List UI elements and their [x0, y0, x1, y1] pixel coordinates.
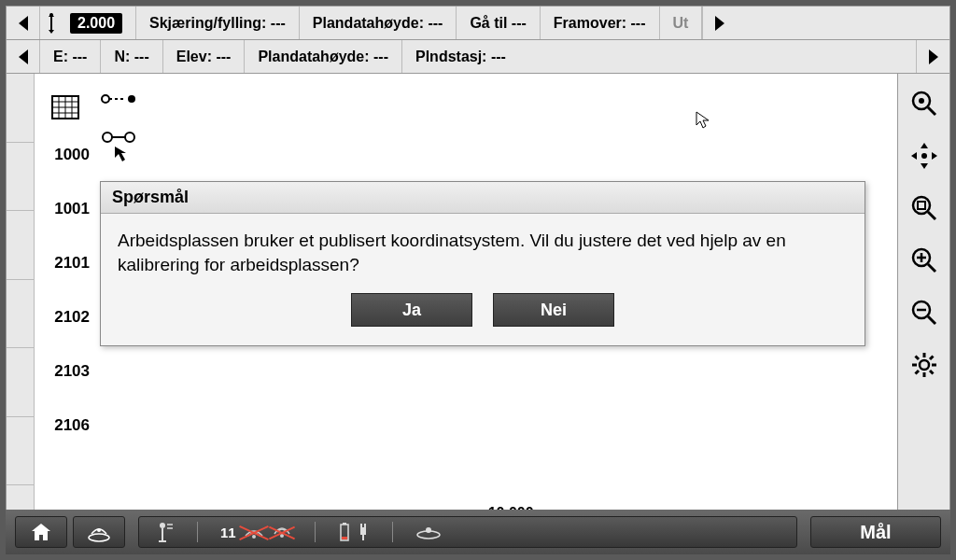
gutter-cell[interactable]: [7, 417, 34, 486]
home-button[interactable]: [15, 516, 67, 548]
design-station[interactable]: Plndstasj: ---: [402, 40, 916, 73]
svg-rect-61: [360, 527, 366, 535]
gutter-cell[interactable]: [7, 348, 34, 417]
dialog-message: Arbeidsplassen bruker et publisert koord…: [118, 229, 848, 276]
satellite-count: 11: [220, 525, 236, 540]
svg-point-15: [102, 95, 109, 103]
svg-marker-5: [715, 16, 724, 31]
toolbar-1: 2.000 Skjæring/fylling: --- Plandatahøyd…: [7, 7, 949, 40]
svg-point-49: [89, 534, 109, 541]
svg-line-47: [930, 357, 934, 360]
gnss-button[interactable]: [73, 516, 125, 548]
satellite-status: 11: [220, 521, 292, 544]
no-button[interactable]: Nei: [493, 293, 614, 327]
toolbar2-next[interactable]: [916, 40, 949, 73]
toolbar1-next[interactable]: [702, 7, 736, 39]
level-status: [415, 524, 442, 540]
point-label: 2102: [35, 290, 95, 344]
zoom-in[interactable]: [904, 240, 945, 281]
svg-point-66: [426, 527, 431, 533]
cursor-icon: [696, 111, 710, 133]
status-strip[interactable]: 11: [138, 516, 797, 548]
point-label: 2106: [35, 399, 95, 453]
svg-point-50: [97, 528, 101, 532]
point-label: 2101: [35, 236, 95, 290]
gutter-cell[interactable]: [7, 143, 34, 212]
satellite-icon: [242, 521, 266, 544]
main-area: 1000 1001 2101 2102 2103 2106 10.000 m: [7, 74, 949, 553]
svg-marker-7: [929, 49, 938, 64]
svg-line-46: [915, 371, 919, 374]
east[interactable]: E: ---: [40, 40, 101, 73]
point-label: 2103: [35, 344, 95, 399]
elevation[interactable]: Elev: ---: [163, 40, 246, 73]
survey-mode-icon: [156, 521, 175, 543]
svg-point-57: [280, 534, 284, 538]
svg-rect-31: [918, 202, 925, 209]
gutter-cell[interactable]: [7, 280, 34, 349]
design-elev-2[interactable]: Plandatahøyde: ---: [245, 40, 402, 73]
point-label: 1000: [35, 128, 95, 182]
point-labels-column: 1000 1001 2101 2102 2103 2106: [35, 74, 95, 553]
radio-icon: [272, 521, 292, 544]
antenna-height-icon: [48, 13, 64, 34]
svg-point-24: [921, 153, 927, 159]
antenna-height[interactable]: 2.000: [40, 7, 136, 39]
svg-line-44: [915, 357, 919, 360]
dialog-title: Spørsmål: [101, 182, 865, 214]
snap-point-tool[interactable]: [100, 89, 137, 113]
yes-button[interactable]: Ja: [351, 293, 472, 327]
north[interactable]: N: ---: [101, 40, 162, 73]
gutter-cell[interactable]: [7, 74, 34, 143]
svg-point-51: [160, 523, 165, 528]
bottom-bar: 11 Mål: [6, 510, 950, 554]
forward[interactable]: Framover: ---: [541, 7, 660, 39]
svg-rect-59: [343, 523, 346, 525]
gutter-cell[interactable]: [7, 211, 34, 280]
svg-point-23: [919, 98, 924, 104]
svg-line-45: [930, 371, 934, 374]
cut-fill[interactable]: Skjæring/fylling: ---: [136, 7, 300, 39]
svg-marker-27: [911, 152, 917, 160]
battery-status: [338, 522, 370, 542]
svg-marker-26: [921, 163, 928, 169]
svg-line-30: [928, 212, 935, 219]
point-label: 1001: [35, 182, 95, 236]
svg-point-17: [128, 95, 135, 103]
battery-icon: [338, 522, 351, 542]
svg-point-4: [49, 13, 53, 17]
svg-point-18: [103, 133, 112, 142]
settings[interactable]: [904, 344, 945, 385]
svg-line-22: [928, 107, 935, 115]
svg-marker-6: [19, 49, 28, 64]
question-dialog: Spørsmål Arbeidsplassen bruker et publis…: [100, 181, 865, 346]
power-plug-icon: [357, 522, 370, 542]
zoom-window[interactable]: [904, 188, 945, 229]
svg-marker-0: [19, 16, 28, 31]
goto[interactable]: Gå til ---: [457, 7, 540, 39]
toolbar-2: E: --- N: --- Elev: --- Plandatahøyde: -…: [7, 40, 949, 74]
zoom-extents[interactable]: [904, 83, 945, 124]
grid-toggle[interactable]: [35, 87, 95, 128]
svg-rect-60: [342, 537, 347, 539]
svg-point-56: [252, 535, 256, 539]
toolbar1-prev[interactable]: [7, 7, 40, 39]
toolbar2-prev[interactable]: [7, 40, 40, 73]
svg-point-29: [913, 197, 930, 214]
select-segment-tool[interactable]: [100, 130, 137, 167]
left-gutter: [7, 74, 35, 553]
level-icon: [415, 524, 442, 540]
design-elev-1[interactable]: Plandatahøyde: ---: [300, 7, 457, 39]
svg-marker-3: [49, 30, 54, 34]
svg-marker-28: [932, 152, 937, 160]
antenna-height-value: 2.000: [70, 13, 122, 34]
svg-point-39: [920, 360, 929, 370]
out-partial[interactable]: Ut: [660, 7, 703, 39]
svg-line-33: [928, 264, 935, 272]
svg-point-19: [125, 133, 134, 142]
svg-line-37: [928, 316, 935, 324]
pan-tool[interactable]: [904, 135, 945, 176]
zoom-out[interactable]: [904, 292, 945, 333]
svg-marker-25: [921, 143, 928, 148]
measure-button[interactable]: Mål: [810, 516, 941, 548]
